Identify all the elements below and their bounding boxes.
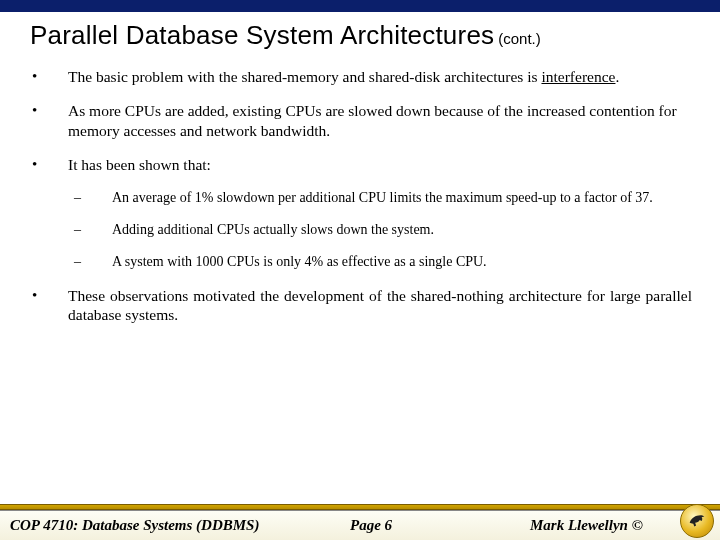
sub-bullet-3: A system with 1000 CPUs is only 4% as ef… [68, 253, 692, 271]
sub-bullet-1-text: An average of 1% slowdown per additional… [112, 190, 653, 205]
footer-wrap: COP 4710: Database Systems (DDBMS) Page … [0, 504, 720, 540]
slide-title: Parallel Database System Architectures [30, 20, 494, 50]
bullet-3: It has been shown that: An average of 1%… [28, 155, 692, 271]
sub-bullet-1: An average of 1% slowdown per additional… [68, 189, 692, 207]
ucf-logo [680, 504, 714, 538]
footer-page: Page 6 [350, 517, 392, 534]
sub-bullet-list: An average of 1% slowdown per additional… [68, 189, 692, 272]
pegasus-icon [680, 504, 714, 538]
footer-bar: COP 4710: Database Systems (DDBMS) Page … [0, 510, 720, 540]
main-bullet-list: The basic problem with the shared-memory… [28, 67, 692, 325]
title-area: Parallel Database System Architectures (… [0, 12, 720, 57]
content-area: The basic problem with the shared-memory… [0, 57, 720, 325]
bullet-1: The basic problem with the shared-memory… [28, 67, 692, 86]
bullet-1-underlined: interference [541, 68, 615, 85]
slide-title-cont: (cont.) [498, 30, 541, 47]
bullet-2: As more CPUs are added, existing CPUs ar… [28, 101, 692, 140]
bullet-1-pre: The basic problem with the shared-memory… [68, 68, 541, 85]
bullet-2-text: As more CPUs are added, existing CPUs ar… [68, 102, 677, 138]
bullet-3-text: It has been shown that: [68, 156, 211, 173]
bullet-1-post: . [615, 68, 619, 85]
sub-bullet-2: Adding additional CPUs actually slows do… [68, 221, 692, 239]
bullet-4-text: These observations motivated the develop… [68, 287, 692, 323]
sub-bullet-2-text: Adding additional CPUs actually slows do… [112, 222, 434, 237]
sub-bullet-3-text: A system with 1000 CPUs is only 4% as ef… [112, 254, 487, 269]
footer-course: COP 4710: Database Systems (DDBMS) [10, 517, 259, 534]
top-navy-band [0, 0, 720, 12]
footer-author: Mark Llewellyn © [530, 517, 643, 534]
bullet-4: These observations motivated the develop… [28, 286, 692, 325]
